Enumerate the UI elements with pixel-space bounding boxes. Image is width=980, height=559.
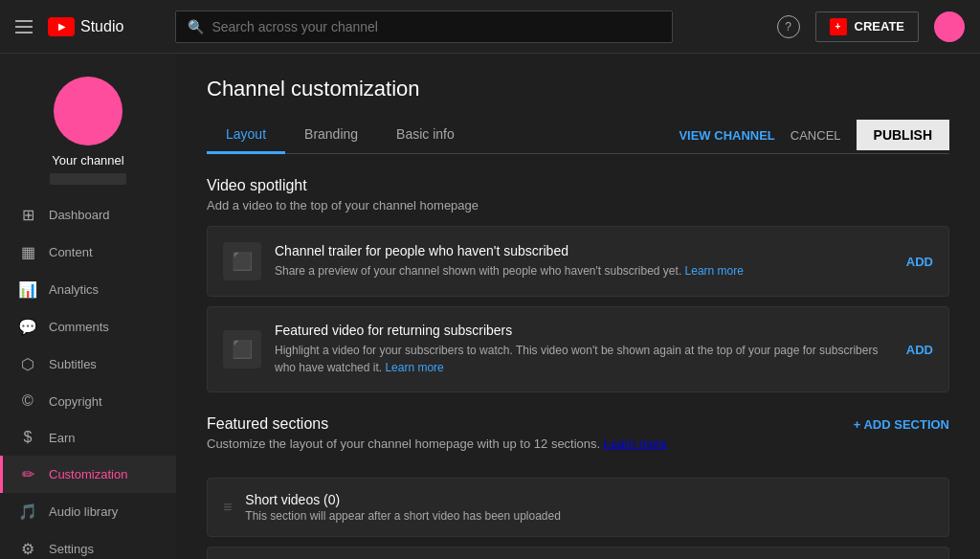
youtube-logo-icon xyxy=(48,17,75,36)
featured-sections: Featured sections Customize the layout o… xyxy=(207,415,949,559)
featured-card-title: Featured video for returning subscribers xyxy=(275,323,891,338)
sidebar-item-settings[interactable]: ⚙ Settings xyxy=(0,530,176,559)
analytics-icon: 📊 xyxy=(18,280,37,299)
trailer-card-desc: Share a preview of your channel shown wi… xyxy=(275,262,891,280)
create-icon: + xyxy=(830,18,847,35)
search-input[interactable] xyxy=(212,19,660,34)
sidebar-item-comments[interactable]: 💬 Comments xyxy=(0,308,176,346)
featured-card-desc: Highlight a video for your subscribers t… xyxy=(275,342,891,376)
trailer-add-button[interactable]: ADD xyxy=(906,255,933,269)
menu-button[interactable] xyxy=(15,20,33,34)
trailer-learn-more-link[interactable]: Learn more xyxy=(685,264,744,278)
comments-icon: 💬 xyxy=(18,318,37,336)
sidebar-item-customization[interactable]: ✏ Customization xyxy=(0,456,176,493)
sidebar-item-earn[interactable]: $ Earn xyxy=(0,419,176,456)
customization-icon: ✏ xyxy=(18,465,37,483)
channel-name: Your channel xyxy=(52,153,123,168)
studio-text: Studio xyxy=(80,18,123,35)
create-button[interactable]: + CREATE xyxy=(815,11,919,42)
subtitles-icon: ⬡ xyxy=(18,355,37,373)
view-channel-button[interactable]: VIEW CHANNEL xyxy=(679,128,774,143)
page-title: Channel customization xyxy=(207,77,949,101)
top-nav: Studio 🔍 ? + CREATE xyxy=(0,0,980,54)
trailer-icon: ⬛ xyxy=(223,242,261,280)
spotlight-title: Video spotlight xyxy=(207,177,949,194)
short-videos-title: Short videos (0) xyxy=(245,492,933,507)
featured-learn-more-link[interactable]: Learn more xyxy=(385,361,443,374)
featured-sections-learn-more[interactable]: Learn more xyxy=(604,436,667,451)
nav-right: ? + CREATE xyxy=(777,11,965,42)
settings-icon: ⚙ xyxy=(18,540,37,558)
tabs-bar: Layout Branding Basic info VIEW CHANNEL … xyxy=(207,117,949,154)
drag-handle-short-videos[interactable]: ≡ xyxy=(223,499,232,516)
dashboard-icon: ⊞ xyxy=(18,206,37,224)
copyright-icon: © xyxy=(18,392,37,410)
tabs-actions: VIEW CHANNEL CANCEL PUBLISH xyxy=(679,120,949,150)
tab-basic-info[interactable]: Basic info xyxy=(377,117,474,154)
add-section-button[interactable]: + ADD SECTION xyxy=(854,417,949,432)
featured-sections-desc: Customize the layout of your channel hom… xyxy=(207,436,838,451)
sidebar: Your channel ⊞ Dashboard ▦ Content 📊 Ana… xyxy=(0,54,176,559)
avatar[interactable] xyxy=(934,11,965,42)
trailer-card-title: Channel trailer for people who haven't s… xyxy=(275,243,891,258)
sidebar-item-copyright[interactable]: © Copyright xyxy=(0,383,176,419)
tab-branding[interactable]: Branding xyxy=(285,117,377,154)
sidebar-item-content[interactable]: ▦ Content xyxy=(0,234,176,271)
search-bar: 🔍 xyxy=(175,11,673,43)
videos-section-card: ≡ Videos (0) This section will appear wh… xyxy=(207,547,949,559)
featured-card: ⬛ Featured video for returning subscribe… xyxy=(207,306,949,392)
sidebar-item-subtitles[interactable]: ⬡ Subtitles xyxy=(0,346,176,383)
publish-button[interactable]: PUBLISH xyxy=(857,120,949,150)
audio-library-icon: 🎵 xyxy=(18,503,37,521)
short-videos-desc: This section will appear after a short v… xyxy=(245,509,933,523)
short-videos-card-body: Short videos (0) This section will appea… xyxy=(245,492,933,523)
main-content: Channel customization Layout Branding Ba… xyxy=(176,54,980,559)
nav-left: Studio xyxy=(15,17,123,36)
sidebar-item-dashboard[interactable]: ⊞ Dashboard xyxy=(0,196,176,234)
channel-avatar[interactable] xyxy=(54,77,122,145)
trailer-card-body: Channel trailer for people who haven't s… xyxy=(275,243,891,280)
tab-layout[interactable]: Layout xyxy=(207,117,285,154)
earn-icon: $ xyxy=(18,429,37,446)
logo: Studio xyxy=(48,17,123,36)
featured-sections-info: Featured sections Customize the layout o… xyxy=(207,415,838,464)
body-wrapper: Your channel ⊞ Dashboard ▦ Content 📊 Ana… xyxy=(0,54,980,559)
sidebar-item-analytics[interactable]: 📊 Analytics xyxy=(0,271,176,308)
spotlight-desc: Add a video to the top of your channel h… xyxy=(207,198,949,212)
featured-sections-header: Featured sections Customize the layout o… xyxy=(207,415,949,464)
featured-card-body: Featured video for returning subscribers… xyxy=(275,323,891,376)
trailer-card: ⬛ Channel trailer for people who haven't… xyxy=(207,226,949,297)
channel-handle xyxy=(50,173,126,185)
channel-profile: Your channel xyxy=(0,61,176,196)
featured-sections-title: Featured sections xyxy=(207,415,838,433)
spotlight-section: Video spotlight Add a video to the top o… xyxy=(207,177,949,392)
featured-add-button[interactable]: ADD xyxy=(906,343,933,357)
help-button[interactable]: ? xyxy=(777,15,800,38)
featured-icon: ⬛ xyxy=(223,330,261,369)
content-icon: ▦ xyxy=(18,243,37,261)
cancel-button[interactable]: CANCEL xyxy=(791,128,841,143)
search-icon: 🔍 xyxy=(188,19,204,34)
short-videos-section-card: ≡ Short videos (0) This section will app… xyxy=(207,478,949,537)
sidebar-item-audio-library[interactable]: 🎵 Audio library xyxy=(0,493,176,530)
